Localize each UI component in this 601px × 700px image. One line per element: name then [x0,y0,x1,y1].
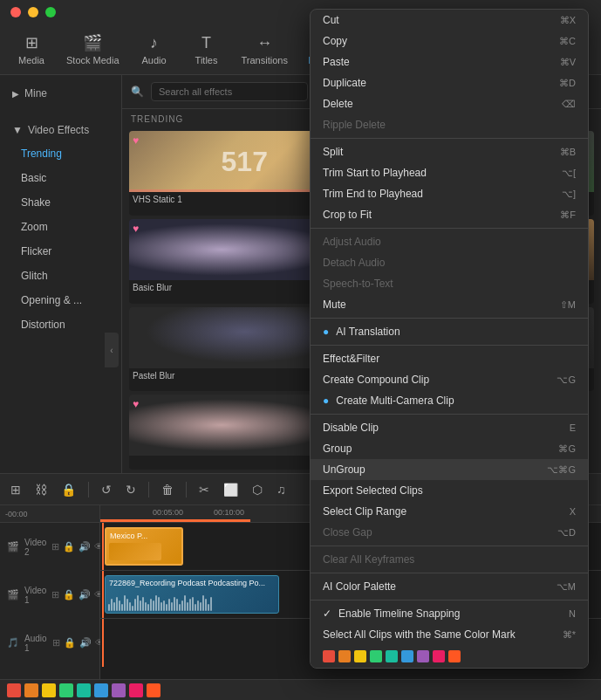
ctx-item-trim-end[interactable]: Trim End to Playhead ⌥] [311,183,588,204]
cut-button[interactable]: ✂ [195,481,213,498]
sidebar-item-opening[interactable]: Opening & ... [0,288,121,312]
audio-button[interactable]: ♫ [273,481,290,498]
color-swatch-deep-orange[interactable] [147,683,160,697]
toolbar-item-stock[interactable]: 🎬 Stock Media [66,33,120,65]
ctx-item-crop-fit[interactable]: Crop to Fit ⌘F [311,204,588,225]
minimize-button[interactable] [28,7,38,17]
collapse-sidebar-button[interactable]: ‹ [105,333,119,367]
delete-button[interactable]: 🗑 [158,481,177,498]
ctx-shortcut-select-range: X [570,506,576,517]
ctx-item-delete[interactable]: Delete ⌫ [311,93,588,114]
heart-icon: ♥ [133,134,139,147]
sidebar-item-basic[interactable]: Basic [0,166,121,190]
ctx-item-ai-color[interactable]: AI Color Palette ⌥M [311,576,588,597]
redo-button[interactable]: ↻ [122,481,140,498]
toolbar-item-titles[interactable]: T Titles [189,34,224,65]
ctx-color-blue[interactable] [401,650,413,662]
ctx-color-purple[interactable] [417,650,429,662]
undo-button[interactable]: ↺ [98,481,115,498]
ctx-label-same-color-mark: Select All Clips with the Same Color Mar… [323,628,516,641]
ctx-label-split: Split [323,146,343,158]
track-add-icon[interactable]: ⊞ [52,637,60,649]
ctx-color-yellow[interactable] [354,650,366,662]
ctx-item-mute[interactable]: Mute ⇧M [311,294,588,315]
ctx-item-same-color-mark[interactable]: Select All Clips with the Same Color Mar… [311,624,588,645]
ctx-item-duplicate[interactable]: Duplicate ⌘D [311,72,588,93]
sidebar-item-glitch[interactable]: Glitch [0,264,121,288]
color-swatch-orange[interactable] [24,683,38,697]
ctx-label-trim-start: Trim Start to Playhead [323,167,427,179]
color-swatch-teal[interactable] [77,683,91,697]
ctx-color-green[interactable] [370,650,382,662]
ctx-separator-5 [311,414,588,415]
toolbar-item-audio[interactable]: ♪ Audio [137,34,172,65]
ctx-item-group[interactable]: Group ⌘G [311,438,588,459]
ctx-item-ungroup[interactable]: UnGroup ⌥⌘G [311,459,588,480]
color-swatch-purple[interactable] [112,683,126,697]
link-button[interactable]: ⛓ [31,481,51,498]
ctx-shortcut-same-color: ⌘* [563,629,576,641]
mask-button[interactable]: ⬡ [249,481,266,498]
context-menu[interactable]: Cut ⌘X Copy ⌘C Paste ⌘V Duplicate ⌘D Del… [310,9,589,669]
ctx-color-pink[interactable] [433,650,445,662]
clip-mexico[interactable]: Mexico P... [105,527,183,566]
add-media-button[interactable]: ⊞ [7,481,24,498]
sidebar-header-mine[interactable]: ▶ Mine [0,82,121,105]
ctx-item-multi-camera[interactable]: ● Create Multi-Camera Clip [311,390,588,411]
ctx-color-teal[interactable] [386,650,398,662]
color-swatch-pink[interactable] [129,683,143,697]
ctx-color-orange[interactable] [338,650,351,662]
sidebar-item-flicker[interactable]: Flicker [0,239,121,264]
ctx-separator-6 [311,546,588,546]
ctx-item-cut[interactable]: Cut ⌘X [311,10,588,31]
ctx-item-paste[interactable]: Paste ⌘V [311,51,588,72]
color-swatch-green[interactable] [59,683,73,697]
ctx-color-red[interactable] [323,650,335,662]
ctx-item-compound-clip[interactable]: Create Compound Clip ⌥G [311,369,588,390]
track-labels-column: -00:00 🎬 Video 2 ⊞ 🔒 🔊 👁 🎬 Vide [0,505,100,679]
ctx-item-select-range[interactable]: Select Clip Range X [311,501,588,522]
color-swatch-yellow[interactable] [42,683,56,697]
sidebar-section-mine: ▶ Mine [0,75,121,112]
ctx-item-disable-clip[interactable]: Disable Clip E [311,417,588,438]
ctx-label-detach-audio: Detach Audio [323,257,385,269]
lock-button[interactable]: 🔒 [58,481,79,498]
ctx-item-export-selected[interactable]: Export Selected Clips [311,480,588,501]
multi-camera-icon: ● [323,395,329,407]
ctx-item-split[interactable]: Split ⌘B [311,141,588,162]
track-lock-icon[interactable]: 🔒 [63,589,75,600]
ctx-item-trim-start[interactable]: Trim Start to Playhead ⌥[ [311,162,588,183]
toolbar-item-media[interactable]: ⊞ Media [14,33,49,65]
clip-podcast[interactable]: 722869_Recording Podcast Podcasting Po..… [105,575,279,614]
sidebar-header-video-effects[interactable]: ▼ Video Effects [0,119,121,141]
ctx-label-close-gap: Close Gap [323,526,372,539]
track-volume-icon[interactable]: 🔊 [79,637,92,649]
ctx-label-ripple-delete: Ripple Delete [323,119,386,131]
maximize-button[interactable] [45,7,56,17]
ctx-separator-7 [311,573,588,573]
ctx-label-delete: Delete [323,98,353,110]
crop-button[interactable]: ⬜ [220,481,242,498]
ctx-item-timeline-snapping[interactable]: ✓ Enable Timeline Snapping N [311,603,588,624]
sidebar-item-distortion[interactable]: Distortion [0,312,121,337]
track-volume-icon[interactable]: 🔊 [79,589,91,600]
time-zero: -00:00 [5,510,28,518]
track-volume-icon[interactable]: 🔊 [79,541,91,552]
toolbar-label-transitions: Transitions [242,55,288,65]
search-input[interactable] [151,82,308,101]
color-swatch-red[interactable] [7,683,21,697]
track-add-icon[interactable]: ⊞ [51,541,59,552]
close-button[interactable] [10,7,21,17]
color-swatch-blue[interactable] [94,683,108,697]
ctx-item-effect-filter[interactable]: Effect&Filter [311,348,588,369]
sidebar-item-trending[interactable]: Trending [0,141,121,166]
track-add-icon[interactable]: ⊞ [51,589,59,600]
sidebar-item-zoom[interactable]: Zoom [0,215,121,239]
track-lock-icon[interactable]: 🔒 [63,541,75,552]
track-lock-icon[interactable]: 🔒 [64,637,76,649]
sidebar-item-shake[interactable]: Shake [0,190,121,215]
toolbar-item-transitions[interactable]: ↔ Transitions [242,34,288,65]
ctx-item-copy[interactable]: Copy ⌘C [311,31,588,51]
ctx-item-ai-translation[interactable]: ● AI Translation [311,321,588,342]
ctx-color-deep-orange[interactable] [448,650,461,662]
